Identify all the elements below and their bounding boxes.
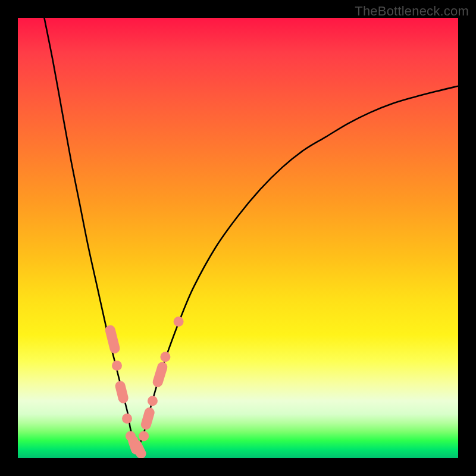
marker-capsule bbox=[146, 412, 149, 424]
marker-dot bbox=[148, 396, 158, 406]
marker-capsule bbox=[110, 330, 115, 348]
marker-dot bbox=[112, 361, 122, 371]
marker-dot bbox=[122, 414, 132, 424]
plot-area bbox=[18, 18, 458, 458]
chart-frame: TheBottleneck.com bbox=[0, 0, 476, 476]
marker-dot bbox=[174, 317, 184, 327]
marker-dot bbox=[160, 352, 170, 362]
marker-capsule bbox=[120, 386, 123, 398]
watermark-text: TheBottleneck.com bbox=[355, 4, 469, 19]
marker-dot bbox=[139, 431, 149, 441]
marker-capsule bbox=[158, 367, 162, 382]
curve-layer bbox=[18, 18, 458, 458]
curve-right-branch bbox=[137, 86, 458, 450]
marker-capsule bbox=[137, 445, 141, 453]
